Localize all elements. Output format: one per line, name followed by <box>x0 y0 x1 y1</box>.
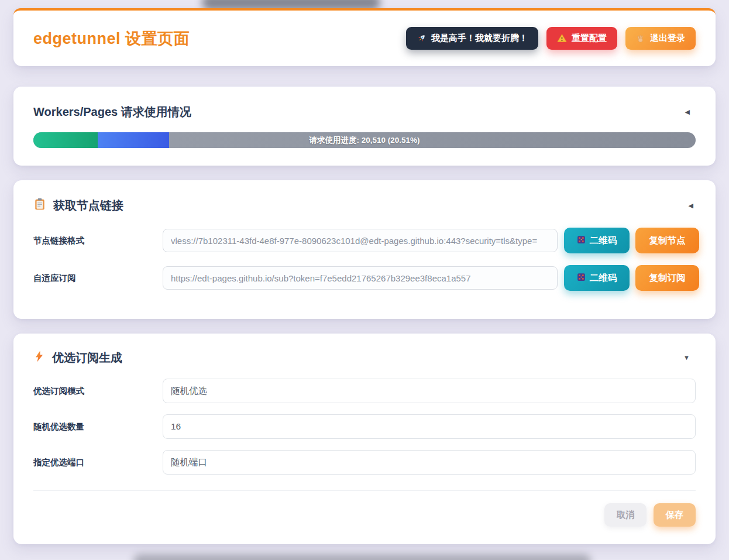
warning-icon <box>557 33 567 43</box>
preferred-subscription-card: 优选订阅生成 ▼ 优选订阅模式 随机优选数量 指定优选端口 取消 保存 <box>13 334 716 544</box>
node-links-card: 获取节点链接 ◀ 节点链接格式 二维码 <box>13 180 716 319</box>
reset-config-button[interactable]: 重置配置 <box>546 27 617 50</box>
subscription-qrcode-button[interactable]: 二维码 <box>564 265 630 291</box>
preferred-mode-label: 优选订阅模式 <box>33 386 163 397</box>
node-link-input[interactable] <box>163 229 558 252</box>
save-button[interactable]: 保存 <box>654 503 696 527</box>
logout-button[interactable]: 退出登录 <box>625 27 696 50</box>
lightning-icon <box>33 350 45 366</box>
qrcode-icon <box>577 273 586 284</box>
page-title: edgetunnel 设置页面 <box>33 28 190 49</box>
random-count-label: 随机优选数量 <box>33 421 163 432</box>
node-links-card-title: 获取节点链接 <box>33 198 123 214</box>
random-count-input[interactable] <box>163 414 696 439</box>
qrcode-icon <box>577 235 586 246</box>
node-link-row: 节点链接格式 二维码 复制节点 <box>33 228 699 253</box>
node-qrcode-label: 二维码 <box>590 235 617 247</box>
rocket-icon <box>417 33 427 43</box>
advanced-mode-label: 我是高手！我就要折腾！ <box>431 33 528 44</box>
usage-progress-bar: 请求使用进度: 20,510 (20.51%) <box>33 132 696 148</box>
node-qrcode-button[interactable]: 二维码 <box>564 228 630 253</box>
preferred-subscription-title: 优选订阅生成 <box>33 350 122 366</box>
hidden-toast-shadow-bottom <box>133 554 591 560</box>
collapse-down-icon[interactable]: ▼ <box>681 352 692 363</box>
preferred-port-input[interactable] <box>163 450 696 475</box>
node-links-title-text: 获取节点链接 <box>53 198 123 214</box>
preferred-port-label: 指定优选端口 <box>33 457 163 468</box>
preferred-mode-row: 优选订阅模式 <box>33 379 696 403</box>
collapse-left-icon[interactable]: ◀ <box>686 200 696 211</box>
adaptive-subscription-label: 自适应订阅 <box>33 273 163 284</box>
usage-card-title: Workers/Pages 请求使用情况 <box>33 104 191 120</box>
logout-label: 退出登录 <box>650 33 685 44</box>
adaptive-subscription-row: 自适应订阅 二维码 复制订阅 <box>33 265 699 291</box>
usage-card: Workers/Pages 请求使用情况 ◀ 请求使用进度: 20,510 (2… <box>13 87 716 166</box>
preferred-port-row: 指定优选端口 <box>33 450 696 475</box>
advanced-mode-button[interactable]: 我是高手！我就要折腾！ <box>406 27 538 50</box>
reset-config-label: 重置配置 <box>572 33 607 44</box>
preferred-subscription-title-text: 优选订阅生成 <box>52 350 122 366</box>
header-actions: 我是高手！我就要折腾！ 重置配置 <box>406 27 696 50</box>
adaptive-subscription-input[interactable] <box>163 266 558 290</box>
copy-node-label: 复制节点 <box>649 235 686 247</box>
cancel-button[interactable]: 取消 <box>604 503 647 527</box>
subscription-qrcode-label: 二维码 <box>590 272 617 284</box>
collapse-left-icon[interactable]: ◀ <box>683 106 692 118</box>
clipboard-icon <box>33 198 46 214</box>
copy-subscription-label: 复制订阅 <box>649 272 686 284</box>
wave-icon <box>636 34 645 43</box>
copy-node-button[interactable]: 复制节点 <box>635 228 699 253</box>
form-footer: 取消 保存 <box>33 491 696 527</box>
preferred-mode-input[interactable] <box>163 379 696 403</box>
copy-subscription-button[interactable]: 复制订阅 <box>635 265 699 291</box>
random-count-row: 随机优选数量 <box>33 414 696 439</box>
node-link-format-label: 节点链接格式 <box>33 235 163 246</box>
progress-label: 请求使用进度: 20,510 (20.51%) <box>33 132 696 148</box>
header-card: edgetunnel 设置页面 我是高手！我就要折腾！ <box>13 8 716 66</box>
